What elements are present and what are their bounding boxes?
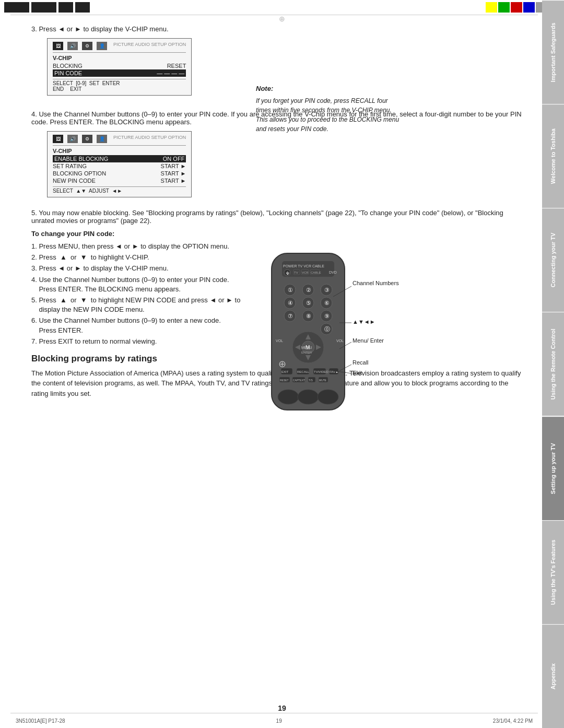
- footer-right: 23/1/04, 4:22 PM: [493, 718, 533, 724]
- svg-text:VOL: VOL: [276, 339, 283, 343]
- top-bar-left-blocks: [0, 0, 94, 15]
- svg-text:⑦: ⑦: [288, 313, 293, 319]
- svg-text:②: ②: [306, 287, 311, 293]
- svg-text:MENU: MENU: [301, 346, 312, 349]
- note-title: Note:: [256, 84, 402, 94]
- menu-vchip-1-title: V-CHIP: [53, 55, 186, 61]
- menu-screenshot-1: 🖼 🔊 ⚙ 👤 PICTURE AUDIO SETUP OPTION V-CHI…: [47, 38, 192, 96]
- svg-text:⓪: ⓪: [324, 326, 330, 332]
- right-sidebar: Important Safeguards Welcome to Toshiba …: [542, 0, 564, 728]
- tab-setting-up[interactable]: Setting up your TV: [542, 416, 564, 520]
- tab-connecting-tv[interactable]: Connecting your TV: [542, 208, 564, 312]
- menu-icon-picture: 🖼: [53, 42, 63, 50]
- color-blue: [523, 2, 535, 13]
- svg-text:⑤: ⑤: [306, 300, 311, 306]
- change-pin-step-1: 1. Press MENU, then press ◄ or ► to disp…: [31, 242, 526, 251]
- svg-text:⏻: ⏻: [286, 272, 289, 275]
- svg-text:CABLE: CABLE: [311, 271, 321, 274]
- menu-row-new-pin: NEW PIN CODE START ►: [53, 177, 186, 184]
- top-bar: [0, 0, 564, 15]
- svg-text:③: ③: [324, 287, 330, 293]
- svg-text:FAV▲: FAV▲: [330, 370, 338, 373]
- footer-left: 3N51001A[E] P17-28: [16, 718, 65, 724]
- bar-block-2: [31, 2, 56, 13]
- footer-center: 19: [276, 718, 282, 724]
- menu-enter-label: Menu/ Enter: [352, 337, 384, 345]
- tab-appendix[interactable]: Appendix: [542, 624, 564, 728]
- svg-text:⑥: ⑥: [324, 300, 330, 306]
- menu-header-2: 🖼 🔊 ⚙ 👤 PICTURE AUDIO SETUP OPTION: [53, 135, 186, 146]
- svg-text:MUTE: MUTE: [319, 379, 327, 382]
- tab-features[interactable]: Using the TV's Features: [542, 520, 564, 624]
- remote-svg: POWER TV VCR CABLE ⏻ TV VCR CABLE DVD ① …: [256, 251, 360, 418]
- svg-text:⑧: ⑧: [306, 313, 311, 319]
- menu-row-blocking-option: BLOCKING OPTION START ►: [53, 170, 186, 177]
- note-text: If you forget your PIN code, press RECAL…: [256, 96, 402, 134]
- svg-text:TV: TV: [294, 271, 298, 274]
- menu-row-enable: ENABLE BLOCKING ON OFF: [53, 155, 186, 162]
- menu-row-pincode: PIN CODE — — — —: [53, 69, 186, 77]
- step-5-section: 5. You may now enable blocking. See "Blo…: [31, 209, 526, 225]
- menu-bottom-1: SELECT [0-9] SET ENTER: [53, 79, 186, 86]
- color-yellow: [486, 2, 497, 13]
- menu-icon-option-2: 👤: [97, 135, 107, 143]
- svg-text:ENTER: ENTER: [301, 351, 312, 354]
- svg-text:①: ①: [288, 287, 293, 293]
- tab-remote-control[interactable]: Using the Remote Control: [542, 312, 564, 416]
- svg-text:CAPTEXT: CAPTEXT: [293, 379, 305, 382]
- arrows-label: ▲▼◄►: [352, 319, 375, 325]
- menu-icon-audio: 🔊: [67, 42, 78, 50]
- menu-icon-setup: ⚙: [82, 42, 92, 50]
- svg-text:EXIT: EXIT: [281, 370, 289, 373]
- svg-text:VOL: VOL: [336, 339, 344, 343]
- svg-text:VCR: VCR: [302, 271, 309, 274]
- svg-text:RECALL: RECALL: [297, 370, 310, 373]
- page-number: 19: [278, 704, 286, 712]
- menu-icon-picture-2: 🖼: [53, 135, 63, 143]
- footer: 3N51001A[E] P17-28 19 23/1/04, 4:22 PM: [16, 718, 533, 724]
- menu-vchip-2-title: V-CHIP: [53, 148, 186, 154]
- tab-important-safeguards[interactable]: Important Safeguards: [542, 0, 564, 104]
- border-bottom: [10, 713, 538, 713]
- svg-text:TV/VIDEO: TV/VIDEO: [314, 370, 328, 373]
- svg-text:T/S: T/S: [309, 379, 313, 382]
- svg-text:RESET: RESET: [280, 379, 289, 382]
- menu-screenshot-2: 🖼 🔊 ⚙ 👤 PICTURE AUDIO SETUP OPTION V-CHI…: [47, 131, 192, 197]
- exit-label: Exit: [352, 370, 362, 376]
- menu-icon-audio-2: 🔊: [67, 135, 78, 143]
- note-box: Note: If you forget your PIN code, press…: [256, 84, 402, 134]
- svg-point-64: [318, 390, 338, 404]
- bar-block-1: [4, 2, 29, 13]
- menu-bottom-2: SELECT ▲▼ ADJUST ◄►: [53, 186, 186, 194]
- remote-area: POWER TV VCR CABLE ⏻ TV VCR CABLE DVD ① …: [256, 251, 413, 419]
- change-pin-heading: To change your PIN code:: [31, 230, 526, 238]
- bar-block-3: [58, 2, 73, 13]
- svg-text:DVD: DVD: [329, 271, 337, 274]
- menu-row-rating: SET RATING START ►: [53, 162, 186, 170]
- svg-point-62: [278, 390, 299, 404]
- step-5-text: 5. You may now enable blocking. See "Blo…: [31, 209, 526, 225]
- svg-text:⑨: ⑨: [324, 313, 330, 319]
- menu-icon-setup-2: ⚙: [82, 135, 92, 143]
- bar-block-4: [75, 2, 90, 13]
- menu-icon-option: 👤: [97, 42, 107, 50]
- tab-welcome-toshiba[interactable]: Welcome to Toshiba: [542, 104, 564, 208]
- menu-row-blocking: BLOCKING RESET: [53, 62, 186, 69]
- menu-header-1: 🖼 🔊 ⚙ 👤 PICTURE AUDIO SETUP OPTION: [53, 42, 186, 53]
- svg-text:POWER TV VCR CABLE: POWER TV VCR CABLE: [283, 264, 324, 268]
- recall-label: Recall: [352, 359, 369, 366]
- color-red: [511, 2, 522, 13]
- channel-numbers-label: Channel Numbers: [352, 279, 399, 287]
- step-3-text: 3. Press ◄ or ► to display the V-CHIP me…: [31, 25, 526, 33]
- svg-text:④: ④: [288, 300, 293, 306]
- svg-point-63: [298, 390, 319, 404]
- color-green: [498, 2, 510, 13]
